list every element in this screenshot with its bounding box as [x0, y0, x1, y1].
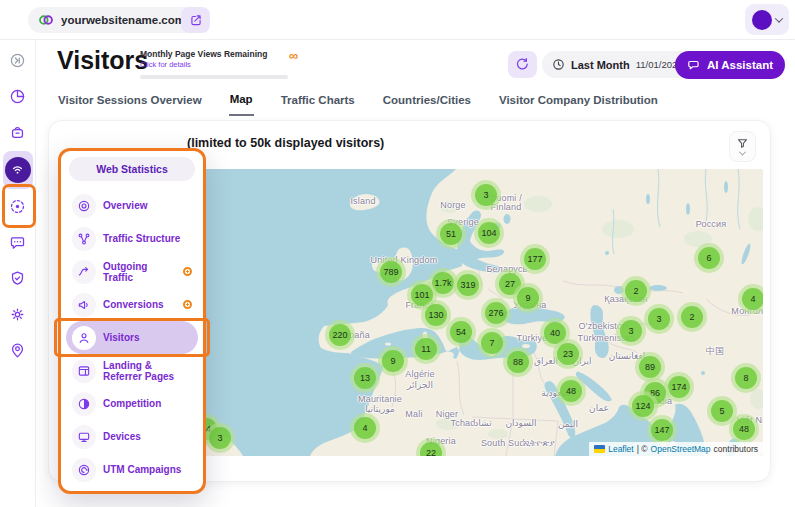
rail-item-web-statistics[interactable]: [3, 151, 33, 189]
ai-assistant-button[interactable]: AI Assistant: [675, 51, 785, 79]
visitor-cluster-marker[interactable]: 13: [350, 363, 380, 393]
attribution-separator: | ©: [637, 444, 648, 454]
visitor-cluster-marker[interactable]: 48: [556, 376, 586, 406]
quota-details-link[interactable]: Click for details: [140, 60, 267, 69]
tab-map[interactable]: Map: [229, 90, 254, 116]
menu-item-conversions[interactable]: Conversions: [66, 288, 198, 321]
menu-item-outgoing-traffic[interactable]: Outgoing Traffic: [66, 255, 198, 288]
menu-item-label: Outgoing Traffic: [103, 261, 176, 283]
openstreetmap-link[interactable]: OpenStreetMap: [651, 444, 711, 454]
visitor-cluster-marker[interactable]: 2: [677, 302, 707, 332]
attribution-suffix: contributors: [714, 444, 758, 454]
visitor-cluster-marker[interactable]: 3: [644, 304, 674, 334]
visitor-cluster-marker[interactable]: 4: [738, 284, 763, 314]
visitor-cluster-marker[interactable]: 7: [477, 328, 507, 358]
quota-widget: Monthly Page Views Remaining Click for d…: [140, 49, 298, 79]
visitor-cluster-marker[interactable]: 3: [471, 180, 501, 210]
utm-campaigns-icon: [72, 458, 96, 482]
menu-item-label: Landing & Referrer Pages: [103, 360, 192, 382]
visitor-cluster-marker[interactable]: 104: [474, 218, 504, 248]
map-country-label: Tchad: [450, 418, 475, 428]
tab-traffic-charts[interactable]: Traffic Charts: [280, 90, 356, 116]
menu-item-label: Visitors: [103, 332, 140, 343]
menu-item-visitors[interactable]: Visitors: [66, 321, 198, 354]
web-statistics-signal-icon: [5, 157, 31, 183]
menu-item-devices[interactable]: Devices: [66, 420, 198, 453]
web-statistics-menu: Web Statistics Overview Traffic Structur…: [58, 148, 206, 494]
open-site-button[interactable]: [181, 7, 210, 33]
map-country-label: Island: [350, 196, 375, 206]
account-menu-button[interactable]: [745, 4, 789, 35]
map-country-label: اليمن: [558, 419, 578, 429]
visitor-cluster-marker[interactable]: 89: [635, 352, 665, 382]
tab-visitor-sessions-overview[interactable]: Visitor Sessions Overview: [57, 90, 203, 116]
visitor-cluster-marker[interactable]: 54: [446, 317, 476, 347]
menu-item-label: Traffic Structure: [103, 233, 180, 244]
map-country-label: السودان: [505, 418, 536, 428]
menu-item-label: Devices: [103, 431, 141, 442]
visitor-cluster-marker[interactable]: 6: [694, 243, 724, 273]
quota-label: Monthly Page Views Remaining: [140, 49, 267, 60]
external-link-icon: [189, 13, 203, 27]
refresh-icon: [515, 57, 530, 72]
visitor-cluster-marker[interactable]: 147: [647, 415, 677, 445]
traffic-structure-icon: [72, 227, 96, 251]
map-country-label: Россия: [696, 219, 727, 229]
visitor-cluster-marker[interactable]: 2: [621, 276, 651, 306]
leaflet-link[interactable]: Leaflet: [608, 444, 634, 454]
visitor-cluster-marker[interactable]: 4: [350, 413, 380, 443]
page-title: Visitors: [57, 46, 148, 75]
orders-bag-icon[interactable]: [4, 118, 32, 146]
visitor-cluster-marker[interactable]: 23: [553, 339, 583, 369]
menu-item-competition[interactable]: Competition: [66, 387, 198, 420]
visitor-cluster-marker[interactable]: 51: [436, 219, 466, 249]
visitor-cluster-marker[interactable]: 319: [453, 270, 483, 300]
map-country-label: Algérie: [405, 369, 434, 379]
menu-item-label: Competition: [103, 398, 161, 409]
chevron-down-icon: [775, 14, 783, 22]
menu-item-utm-campaigns[interactable]: UTM Campaigns: [66, 453, 198, 486]
feedback-chat-icon[interactable]: [4, 228, 32, 256]
visitor-cluster-marker[interactable]: 8: [731, 363, 761, 393]
notification-badge: [183, 267, 192, 276]
clock-icon: [552, 58, 565, 71]
site-name: yourwebsitename.com: [61, 14, 185, 26]
visitor-location-icon[interactable]: [4, 336, 32, 364]
map-country-label: 中国: [706, 345, 724, 358]
visitor-cluster-marker[interactable]: 9: [378, 346, 408, 376]
visitor-cluster-marker[interactable]: 9: [513, 283, 543, 313]
settings-gear-icon[interactable]: [4, 300, 32, 328]
visitor-cluster-marker[interactable]: 11: [411, 334, 441, 364]
visitor-cluster-marker[interactable]: 88: [503, 347, 533, 377]
menu-item-overview[interactable]: Overview: [66, 189, 198, 222]
refresh-button[interactable]: [508, 51, 537, 78]
app: yourwebsitename.com: [0, 0, 795, 507]
filter-button[interactable]: [729, 131, 756, 162]
visitors-icon: [72, 326, 96, 350]
visitor-cluster-marker[interactable]: 220: [325, 320, 355, 350]
retargeting-target-icon[interactable]: [4, 192, 32, 220]
notification-badge: [183, 300, 192, 309]
menu-item-label: UTM Campaigns: [103, 464, 181, 475]
menu-item-landing-referrer-pages[interactable]: Landing & Referrer Pages: [66, 354, 198, 387]
map-country-label: ኢትዮጵያ: [523, 438, 555, 449]
menu-item-label: Overview: [103, 200, 147, 211]
overview-icon: [72, 194, 96, 218]
visitor-cluster-marker[interactable]: 48: [729, 414, 759, 444]
quota-progress: [140, 75, 288, 79]
menu-item-traffic-structure[interactable]: Traffic Structure: [66, 222, 198, 255]
menu-title: Web Statistics: [69, 157, 195, 181]
visitor-cluster-marker[interactable]: 3: [616, 316, 646, 346]
tab-countries-cities[interactable]: Countries/Cities: [382, 90, 472, 116]
visitor-cluster-marker[interactable]: 276: [481, 298, 511, 328]
security-shield-icon[interactable]: [4, 264, 32, 292]
analytics-pie-icon[interactable]: [4, 82, 32, 110]
visitor-cluster-marker[interactable]: 3: [205, 423, 235, 453]
visitor-cluster-marker[interactable]: 789: [376, 257, 406, 287]
collapse-sidebar-icon[interactable]: [4, 46, 32, 74]
ai-assistant-label: AI Assistant: [707, 59, 773, 71]
tab-visitor-company-distribution[interactable]: Visitor Company Distribution: [498, 90, 659, 116]
menu-item-label: Conversions: [103, 299, 164, 310]
icon-rail: [0, 40, 36, 507]
visitor-cluster-marker[interactable]: 177: [520, 244, 550, 274]
